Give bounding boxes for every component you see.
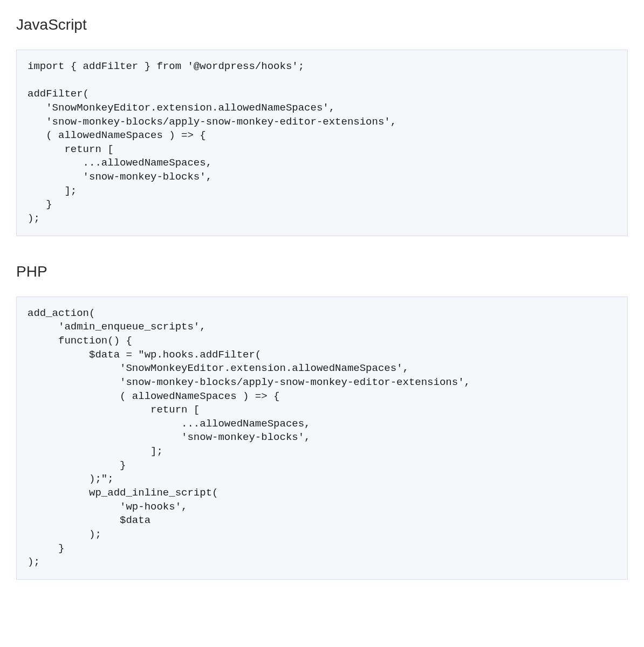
- section-heading-php: PHP: [16, 263, 628, 280]
- code-block-javascript: import { addFilter } from '@wordpress/ho…: [16, 50, 628, 236]
- code-content-php: add_action( 'admin_enqueue_scripts', fun…: [28, 307, 616, 569]
- code-content-javascript: import { addFilter } from '@wordpress/ho…: [28, 60, 616, 226]
- code-block-php: add_action( 'admin_enqueue_scripts', fun…: [16, 297, 628, 580]
- section-heading-javascript: JavaScript: [16, 16, 628, 33]
